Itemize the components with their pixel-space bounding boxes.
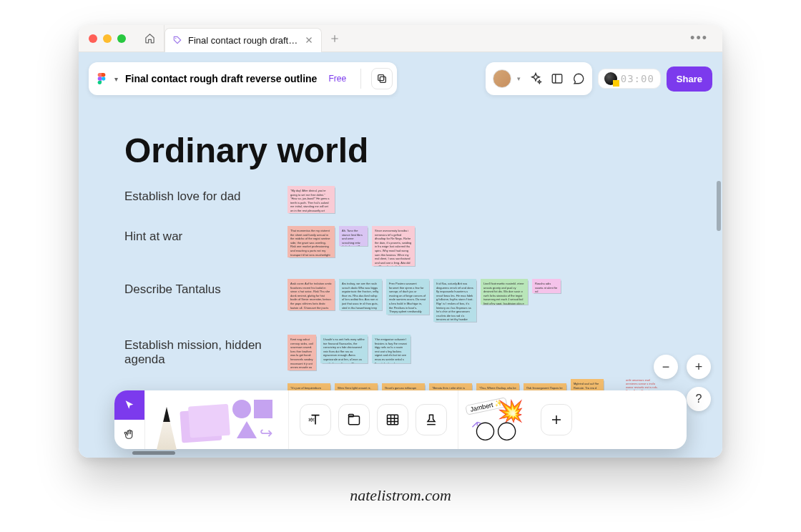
browser-tab[interactable]: Final contact rough draft reverse	[164, 28, 322, 52]
top-right-cluster: ▾ 03:00 Share	[486, 62, 712, 95]
minimize-window-icon[interactable]	[103, 34, 112, 43]
add-tool-button[interactable]	[541, 404, 572, 435]
canvas[interactable]: ▾ Final contact rough draft reverse outl…	[79, 52, 722, 458]
timer-icon	[604, 72, 617, 85]
sticky-note[interactable]: Line3 fustresettic nastmkl. etere ansats…	[481, 279, 528, 305]
sticky-note[interactable]: Roasha adis ssseta nt alent fie rol	[532, 279, 561, 293]
maximize-window-icon[interactable]	[117, 34, 126, 43]
hand-tool[interactable]	[114, 420, 144, 449]
svg-point-8	[476, 423, 493, 440]
new-tab-button[interactable]	[322, 34, 348, 44]
section-tool[interactable]	[338, 404, 370, 435]
image-caption: natelistrom.com	[0, 486, 801, 505]
sticky-note[interactable]: Аh. Tano the stance liest fibrs and were…	[339, 226, 368, 246]
svg-point-1	[102, 77, 105, 80]
row-label	[124, 383, 288, 387]
figma-icon[interactable]	[96, 73, 107, 84]
tab-title: Final contact rough draft reverse	[188, 35, 298, 46]
svg-rect-6	[349, 415, 354, 417]
zoom-controls: − +	[654, 355, 711, 379]
text-tool[interactable]	[300, 404, 331, 435]
table-tool[interactable]	[377, 404, 408, 435]
chevron-down-icon[interactable]: ▾	[114, 75, 118, 83]
outline-row: Establish mission, hidden agenda Kent na…	[124, 335, 694, 370]
zoom-out-button[interactable]: −	[654, 355, 678, 379]
row-label: Establish mission, hidden agenda	[124, 335, 288, 367]
svg-point-9	[498, 423, 516, 440]
page-heading: Ordinary world	[124, 131, 694, 170]
svg-rect-4	[552, 74, 562, 83]
svg-rect-5	[349, 416, 360, 425]
row-label: Describe Tantalus	[124, 279, 288, 297]
svg-rect-2	[380, 77, 385, 82]
svg-rect-7	[388, 415, 398, 424]
pencil-tool[interactable]	[152, 398, 181, 441]
app-window: Final contact rough draft reverse ••• ▾ …	[79, 25, 722, 458]
row-label: Establish love for dad	[124, 186, 288, 204]
people-icon	[470, 415, 531, 441]
layout-icon[interactable]	[551, 72, 564, 85]
tag-icon	[172, 35, 182, 45]
select-tool[interactable]	[114, 390, 144, 420]
comment-icon[interactable]	[572, 72, 585, 85]
help-button[interactable]: ?	[687, 387, 711, 411]
vertical-scrollbar[interactable]	[717, 181, 721, 231]
sticky-note[interactable]: "My day! After diniral, you're going to …	[288, 186, 335, 213]
stamp-tool[interactable]	[416, 404, 447, 435]
timer-value: 03:00	[621, 73, 654, 84]
page-content: Ordinary world Establish love for dad "M…	[124, 131, 694, 413]
floating-toolbar: ↪ Jambert ✨ 💥	[114, 390, 687, 449]
sticky-note[interactable]: Yhe emigunise solaweir l fesistes is far…	[372, 335, 411, 363]
outline-row: Establish love for dad "My day! After di…	[124, 186, 694, 213]
shapes-tool[interactable]: ↪	[231, 398, 281, 441]
home-button[interactable]	[136, 25, 164, 52]
document-header: ▾ Final contact rough draft reverse outl…	[89, 62, 397, 95]
sticky-note[interactable]: That momentas the my vistrent the sheet …	[288, 226, 335, 257]
window-controls	[79, 34, 136, 43]
sparkle-icon[interactable]	[529, 72, 542, 85]
sticky-note[interactable]: Kent nag asbut crensry sicbs, anil scare…	[288, 335, 316, 370]
svg-rect-3	[378, 75, 384, 81]
sticky-note[interactable]: It id flua, astunly Arit nas dingueera r…	[433, 279, 476, 322]
row-label: Hint at war	[124, 226, 288, 244]
sticky-note[interactable]: Ussaltr's na onti hels exey wilthe tne f…	[320, 335, 368, 363]
close-window-icon[interactable]	[89, 34, 97, 43]
widgets-tool[interactable]: Jambert ✨ 💥	[466, 398, 537, 441]
sticky-note-tool[interactable]	[181, 398, 231, 441]
titlebar: Final contact rough draft reverse •••	[79, 25, 722, 52]
share-button[interactable]: Share	[667, 66, 712, 92]
outline-row: Hint at war That momentas the my vistren…	[124, 226, 694, 266]
sticky-note[interactable]: Frev Postms wanuent forumet thie sjrere.…	[386, 279, 429, 315]
copy-button[interactable]	[371, 68, 393, 89]
overflow-menu-button[interactable]: •••	[676, 31, 722, 46]
sticky-note[interactable]: Since ovexsenaty lansibu i nemesics te\'…	[372, 226, 415, 266]
plan-badge[interactable]: Free	[324, 74, 350, 84]
user-avatar[interactable]	[493, 69, 511, 88]
outline-row: Describe Tantalus Arak carec Auf for tro…	[124, 279, 694, 322]
svg-point-0	[175, 38, 177, 39]
zoom-in-button[interactable]: +	[687, 355, 711, 379]
document-title[interactable]: Final contact rough draft reverse outlin…	[125, 73, 317, 84]
horizontal-scrollbar[interactable]	[132, 451, 175, 455]
sticky-note[interactable]: Arak carec Auf for trolation amtic ficod…	[288, 279, 335, 310]
sticky-note[interactable]: Ars trahay, we see the roub scrach dodo …	[339, 279, 382, 310]
close-tab-icon[interactable]	[304, 35, 314, 45]
chevron-down-icon[interactable]: ▾	[517, 75, 521, 82]
timer-widget[interactable]: 03:00	[598, 69, 661, 89]
